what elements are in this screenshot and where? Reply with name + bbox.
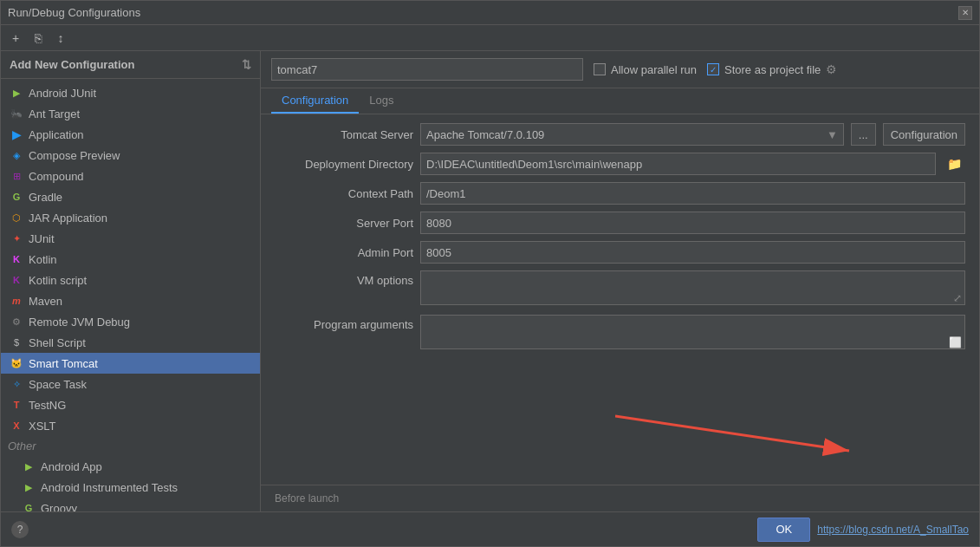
bottom-left: ? bbox=[11, 521, 29, 538]
title-bar-left: Run/Debug Configurations bbox=[8, 6, 140, 19]
add-icon: + bbox=[12, 31, 19, 45]
sidebar-item-label: JAR Application bbox=[29, 212, 107, 225]
context-path-field[interactable] bbox=[420, 182, 965, 205]
sort-config-button[interactable]: ↕ bbox=[51, 29, 70, 48]
kotlin-icon: K bbox=[10, 252, 23, 266]
admin-port-input[interactable] bbox=[426, 246, 959, 259]
sidebar-item-label: Smart Tomcat bbox=[29, 357, 98, 370]
sidebar-item-smart-tomcat[interactable]: 🐱 Smart Tomcat bbox=[1, 353, 260, 374]
server-port-field[interactable] bbox=[420, 212, 965, 234]
sidebar-item-android-junit[interactable]: ▶ Android JUnit bbox=[1, 82, 260, 103]
vm-options-label: VM options bbox=[275, 270, 413, 287]
sidebar-item-label: Space Task bbox=[29, 378, 87, 391]
sidebar-item-junit[interactable]: ✦ JUnit bbox=[1, 228, 260, 249]
config-header: Allow parallel run Store as project file… bbox=[261, 51, 979, 88]
window-title: Run/Debug Configurations bbox=[8, 6, 140, 19]
tomcat-server-value: Apache Tomcat/7.0.109 bbox=[426, 128, 544, 141]
sidebar-item-label: Shell Script bbox=[29, 336, 86, 349]
tomcat-server-dots-button[interactable]: ... bbox=[851, 123, 876, 146]
admin-port-label: Admin Port bbox=[275, 246, 413, 259]
bottom-right: OK https://blog.csdn.net/A_SmallTao bbox=[757, 518, 969, 542]
add-config-button[interactable]: + bbox=[6, 29, 25, 48]
bottom-bar: ? OK https://blog.csdn.net/A_SmallTao bbox=[1, 511, 979, 546]
tab-logs[interactable]: Logs bbox=[359, 88, 404, 114]
tomcat-server-select[interactable]: Apache Tomcat/7.0.109 ▼ bbox=[420, 123, 844, 146]
application-icon: ▶ bbox=[10, 127, 23, 141]
program-args-wrapper: ⬜ bbox=[420, 315, 965, 352]
ant-target-icon: 🐜 bbox=[10, 107, 23, 120]
vm-options-textarea[interactable] bbox=[420, 270, 965, 305]
sidebar-item-remote-jvm[interactable]: ⚙ Remote JVM Debug bbox=[1, 311, 260, 332]
groovy-icon: G bbox=[22, 501, 36, 511]
sidebar-item-android-app[interactable]: ▶ Android App bbox=[1, 456, 260, 477]
allow-parallel-checkbox[interactable] bbox=[594, 63, 606, 75]
title-bar-controls: ✕ bbox=[958, 6, 972, 20]
sidebar-item-kotlin[interactable]: K Kotlin bbox=[1, 249, 260, 270]
deployment-dir-row: Deployment Directory 📁 bbox=[275, 153, 965, 175]
sidebar-item-testng[interactable]: T TestNG bbox=[1, 394, 260, 415]
xslt-icon: X bbox=[10, 419, 23, 433]
context-path-row: Context Path bbox=[275, 182, 965, 205]
admin-port-row: Admin Port bbox=[275, 241, 965, 264]
help-button[interactable]: ? bbox=[11, 521, 29, 538]
maven-icon: m bbox=[10, 294, 23, 308]
testng-icon: T bbox=[10, 398, 23, 412]
server-port-input[interactable] bbox=[426, 217, 959, 230]
sidebar-item-kotlin-script[interactable]: K Kotlin script bbox=[1, 270, 260, 290]
compound-icon: ⊞ bbox=[10, 169, 23, 183]
sidebar-item-label: Application bbox=[29, 128, 84, 141]
deployment-dir-input[interactable] bbox=[426, 158, 930, 171]
sidebar-item-android-instrumented[interactable]: ▶ Android Instrumented Tests bbox=[1, 477, 260, 498]
store-project-checkbox[interactable] bbox=[707, 63, 719, 75]
sidebar-item-gradle[interactable]: G Gradle bbox=[1, 186, 260, 207]
config-tabs: Configuration Logs bbox=[261, 88, 979, 114]
tab-configuration[interactable]: Configuration bbox=[271, 88, 359, 114]
program-args-textarea[interactable] bbox=[420, 315, 965, 349]
sidebar-item-application[interactable]: ▶ Application bbox=[1, 124, 260, 145]
other-section-header: Other bbox=[1, 436, 260, 456]
copy-args-icon[interactable]: ⬜ bbox=[949, 336, 962, 348]
vm-options-wrapper: ⤢ bbox=[420, 270, 965, 308]
right-panel-wrapper: Allow parallel run Store as project file… bbox=[261, 51, 979, 511]
gear-icon[interactable]: ⚙ bbox=[826, 62, 837, 76]
context-path-input[interactable] bbox=[426, 187, 959, 200]
junit-icon: ✦ bbox=[10, 231, 23, 245]
close-button[interactable]: ✕ bbox=[958, 6, 972, 20]
before-launch-label: Before launch bbox=[275, 492, 339, 505]
right-panel: Allow parallel run Store as project file… bbox=[261, 51, 979, 511]
kotlin-script-icon: K bbox=[10, 273, 23, 287]
sidebar-item-xslt[interactable]: X XSLT bbox=[1, 415, 260, 436]
android-junit-icon: ▶ bbox=[10, 86, 23, 100]
android-app-icon: ▶ bbox=[22, 459, 36, 473]
admin-port-field[interactable] bbox=[420, 241, 965, 264]
vm-options-row: VM options ⤢ bbox=[275, 270, 965, 308]
sidebar-item-maven[interactable]: m Maven bbox=[1, 290, 260, 311]
main-area: Add New Configuration ⇅ ▶ Android JUnit … bbox=[1, 51, 979, 511]
sidebar-item-groovy[interactable]: G Groovy bbox=[1, 498, 260, 511]
ok-button[interactable]: OK bbox=[757, 518, 810, 542]
gradle-icon: G bbox=[10, 190, 23, 204]
sidebar-item-label: XSLT bbox=[29, 420, 56, 433]
sidebar-item-ant-target[interactable]: 🐜 Ant Target bbox=[1, 103, 260, 124]
sidebar-item-label: Groovy bbox=[41, 502, 77, 512]
sidebar-item-space-task[interactable]: ✧ Space Task bbox=[1, 374, 260, 394]
folder-icon: 📁 bbox=[947, 157, 962, 171]
sidebar-item-label: Remote JVM Debug bbox=[29, 316, 130, 329]
sidebar-item-label: Gradle bbox=[29, 191, 62, 204]
sidebar-item-shell-script[interactable]: $ Shell Script bbox=[1, 332, 260, 353]
sidebar-item-jar-application[interactable]: ⬡ JAR Application bbox=[1, 207, 260, 228]
tomcat-configuration-button[interactable]: Configuration bbox=[883, 123, 965, 146]
sidebar-item-compound[interactable]: ⊞ Compound bbox=[1, 166, 260, 186]
left-panel: Add New Configuration ⇅ ▶ Android JUnit … bbox=[1, 51, 261, 511]
expand-textarea-icon[interactable]: ⤢ bbox=[953, 292, 962, 304]
copy-config-button[interactable]: ⎘ bbox=[29, 29, 48, 48]
config-list[interactable]: ▶ Android JUnit 🐜 Ant Target ▶ Applicati… bbox=[1, 79, 260, 511]
sidebar-item-compose-preview[interactable]: ◈ Compose Preview bbox=[1, 145, 260, 166]
sidebar-item-label: Ant Target bbox=[29, 107, 80, 120]
compose-icon: ◈ bbox=[10, 148, 23, 162]
deployment-dir-browse-button[interactable]: 📁 bbox=[943, 153, 965, 175]
config-name-input[interactable] bbox=[271, 58, 583, 81]
deployment-dir-field[interactable] bbox=[420, 153, 936, 175]
smart-tomcat-icon: 🐱 bbox=[10, 356, 23, 370]
dropdown-arrow-icon: ▼ bbox=[827, 128, 838, 141]
